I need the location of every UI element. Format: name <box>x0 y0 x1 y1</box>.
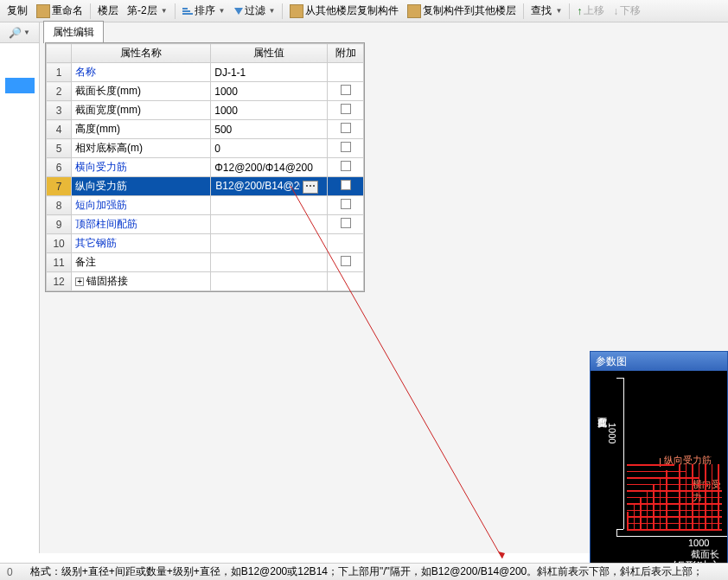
prop-extra-cell <box>328 272 364 291</box>
prop-name-cell: 备注 <box>72 253 211 272</box>
rename-icon <box>36 4 50 18</box>
prop-name-cell: 纵向受力筋 <box>72 177 211 196</box>
row-number: 11 <box>47 253 72 272</box>
extra-checkbox[interactable] <box>341 218 351 228</box>
extra-checkbox[interactable] <box>341 85 351 95</box>
status-zero: 0 <box>7 566 13 578</box>
status-bar: 0 格式：级别+直径+间距或数量+级别+直径，如B12@200或12B14；下上… <box>0 563 728 580</box>
prop-extra-cell <box>328 177 364 196</box>
copy-from-icon <box>290 4 303 18</box>
prop-value-cell[interactable]: 1000 <box>211 82 328 101</box>
prop-value-cell[interactable] <box>211 215 328 234</box>
find-button[interactable]: 查找▼ <box>527 2 565 20</box>
extra-checkbox[interactable] <box>341 256 351 266</box>
row-number: 2 <box>47 82 72 101</box>
row-number: 5 <box>47 139 72 158</box>
extra-checkbox[interactable] <box>341 199 351 209</box>
sort-button[interactable]: 排序▼ <box>179 2 229 20</box>
main-toolbar: 复制 重命名 楼层 第-2层▼ 排序▼ 过滤▼ 从其他楼层复制构件 复制构件到其… <box>0 0 728 22</box>
sidebar-selection[interactable] <box>5 78 35 93</box>
prop-extra-cell <box>328 215 364 234</box>
param-diagram-canvas: 截面宽度 1000 纵向受力筋 横向受力 1000 截面长 矩形独立 <box>591 371 727 571</box>
header-value[interactable]: 属性值 <box>211 44 328 63</box>
sidebar-search-icon[interactable]: 🔎▼ <box>0 22 39 43</box>
extra-checkbox[interactable] <box>341 142 351 152</box>
table-row[interactable]: 1名称DJ-1-1 <box>47 63 364 82</box>
prop-value-cell[interactable]: 1000 <box>211 101 328 120</box>
prop-value-cell[interactable]: DJ-1-1 <box>211 63 328 82</box>
table-row[interactable]: 9顶部柱间配筋 <box>47 215 364 234</box>
prop-value-cell[interactable]: ⋯ <box>211 177 328 196</box>
prop-extra-cell <box>328 253 364 272</box>
row-number: 6 <box>47 158 72 177</box>
param-hdim: 1000 <box>688 538 709 548</box>
tab-property-edit[interactable]: 属性编辑 <box>43 21 104 43</box>
param-vdim: 1000 <box>607 423 617 443</box>
extra-checkbox[interactable] <box>341 180 351 190</box>
table-row[interactable]: 7纵向受力筋⋯ <box>47 177 364 196</box>
prop-extra-cell <box>328 139 364 158</box>
copy-from-floor-button[interactable]: 从其他楼层复制构件 <box>286 2 402 20</box>
prop-value-cell[interactable]: Φ12@200/Φ14@200 <box>211 158 328 177</box>
table-row[interactable]: 3截面宽度(mm)1000 <box>47 101 364 120</box>
sort-icon <box>182 8 193 15</box>
table-row[interactable]: 10其它钢筋 <box>47 234 364 253</box>
prop-name-cell: 截面长度(mm) <box>72 82 211 101</box>
property-grid: 属性名称 属性值 附加 1名称DJ-1-12截面长度(mm)10003截面宽度(… <box>45 42 365 292</box>
filter-button[interactable]: 过滤▼ <box>231 2 279 20</box>
prop-extra-cell <box>328 82 364 101</box>
svg-marker-1 <box>498 551 505 558</box>
prop-value-cell[interactable]: 0 <box>211 139 328 158</box>
prop-extra-cell <box>328 196 364 215</box>
extra-checkbox[interactable] <box>341 161 351 171</box>
floor-selector[interactable]: 第-2层▼ <box>124 2 171 20</box>
rename-button[interactable]: 重命名 <box>33 2 86 20</box>
row-number: 7 <box>47 177 72 196</box>
row-number: 10 <box>47 234 72 253</box>
prop-name-cell: 短向加强筋 <box>72 196 211 215</box>
table-row[interactable]: 12+锚固搭接 <box>47 272 364 291</box>
status-help-text: 格式：级别+直径+间距或数量+级别+直径，如B12@200或12B14；下上部用… <box>30 564 704 579</box>
table-row[interactable]: 4高度(mm)500 <box>47 120 364 139</box>
copy-button[interactable]: 复制 <box>3 2 31 20</box>
prop-value-cell[interactable]: 500 <box>211 120 328 139</box>
extra-checkbox[interactable] <box>341 123 351 133</box>
ellipsis-button[interactable]: ⋯ <box>303 181 318 194</box>
table-row[interactable]: 6横向受力筋Φ12@200/Φ14@200 <box>47 158 364 177</box>
table-row[interactable]: 8短向加强筋 <box>47 196 364 215</box>
prop-name-cell: 截面宽度(mm) <box>72 101 211 120</box>
param-diagram-window: 参数图 截面宽度 1000 纵向受力筋 横向受力 1000 截面长 矩形独立 <box>590 351 728 572</box>
table-row[interactable]: 11备注 <box>47 253 364 272</box>
prop-extra-cell <box>328 234 364 253</box>
prop-name-cell: 顶部柱间配筋 <box>72 215 211 234</box>
extra-checkbox[interactable] <box>341 104 351 114</box>
prop-extra-cell <box>328 120 364 139</box>
header-extra[interactable]: 附加 <box>328 44 364 63</box>
prop-name-cell: +锚固搭接 <box>72 272 211 291</box>
prop-value-cell[interactable] <box>211 272 328 291</box>
content-panel: 属性编辑 属性名称 属性值 附加 1名称DJ-1-12截面长度(mm)10003… <box>40 22 728 553</box>
row-number: 3 <box>47 101 72 120</box>
prop-name-cell: 横向受力筋 <box>72 158 211 177</box>
floor-label: 楼层 <box>94 2 122 20</box>
param-diagram-title: 参数图 <box>591 352 727 371</box>
copy-to-floor-button[interactable]: 复制构件到其他楼层 <box>404 2 520 20</box>
left-sidebar: 🔎▼ <box>0 22 40 553</box>
expand-icon[interactable]: + <box>75 277 84 286</box>
table-row[interactable]: 5相对底标高(m)0 <box>47 139 364 158</box>
header-name[interactable]: 属性名称 <box>72 44 211 63</box>
table-row[interactable]: 2截面长度(mm)1000 <box>47 82 364 101</box>
prop-value-cell[interactable] <box>211 253 328 272</box>
move-down-button[interactable]: ↓下移 <box>610 2 644 20</box>
prop-value-input[interactable] <box>214 179 301 193</box>
prop-name-cell: 其它钢筋 <box>72 234 211 253</box>
prop-extra-cell <box>328 158 364 177</box>
prop-value-cell[interactable] <box>211 234 328 253</box>
move-up-button[interactable]: ↑上移 <box>573 2 608 20</box>
row-number: 1 <box>47 63 72 82</box>
arrow-down-icon: ↓ <box>613 5 618 17</box>
prop-value-cell[interactable] <box>211 196 328 215</box>
prop-extra-cell <box>328 101 364 120</box>
row-number: 12 <box>47 272 72 291</box>
chevron-down-icon: ▼ <box>161 7 168 15</box>
